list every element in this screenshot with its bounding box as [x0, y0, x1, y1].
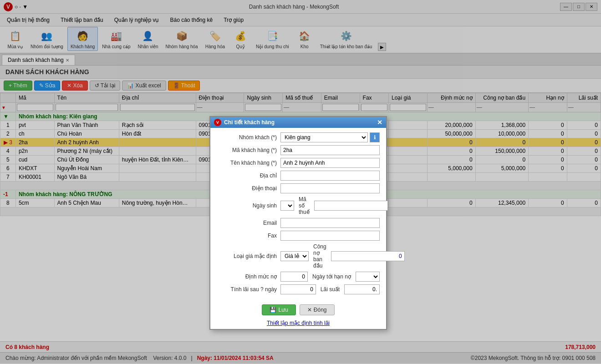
refresh-icon: ↺ — [95, 82, 99, 89]
delete-icon: ✕ — [67, 82, 71, 89]
modal-close-x-button[interactable]: ✕ — [377, 119, 382, 126]
col-header-stt — [0, 93, 16, 103]
form-row-dien-thoai: Điện thoại — [217, 183, 380, 193]
toolbar-btn-khach-hang[interactable]: 🧑 Khách hàng — [67, 27, 98, 51]
dinh-muc-no-input[interactable] — [280, 272, 308, 282]
filter-input-ma[interactable] — [17, 104, 53, 111]
close-icon: ✕ — [307, 307, 312, 313]
col-header-dinh-muc-no: Định mức nợ — [427, 93, 475, 103]
label-dien-thoai: Điện thoại — [217, 185, 280, 192]
label-dia-chi: Địa chỉ — [217, 172, 280, 179]
xoa-button[interactable]: ✕ Xóa — [62, 81, 87, 91]
label-tinh-lai: Tính lãi sau ? ngày — [217, 286, 280, 293]
nha-cung-cap-icon: 🏭 — [109, 29, 123, 43]
minimize-button[interactable]: — — [560, 3, 572, 11]
tab-close-btn[interactable]: ✕ — [66, 58, 69, 63]
modal-body: Nhóm khách (*) Kiên giang ℹ Mã khách hàn… — [210, 128, 386, 302]
toolbar-btn-nhom-doi-tuong[interactable]: 👥 Nhóm đối tượng — [27, 27, 66, 51]
filter-cong-no: — — [475, 103, 528, 112]
sua-button[interactable]: ✎ Sửa — [34, 81, 61, 91]
nhom-khach-info-btn[interactable]: ℹ — [370, 132, 380, 142]
form-row-ngay-sinh-masothue: Ngày sinh Mã số thuế — [217, 196, 380, 215]
loai-gia-select[interactable]: Giá lẻ — [280, 251, 309, 261]
filter-input-ten[interactable] — [56, 104, 118, 111]
thoat-button[interactable]: 🚪 Thoát — [168, 81, 200, 91]
maximize-button[interactable]: □ — [573, 3, 585, 11]
form-row-dinhmucno-ngaytoi: Định mức nợ Ngày tới hạn nợ — [217, 272, 380, 282]
toolbar-btn-thiet-lap-ton-kho[interactable]: ⚙️ Thiết lập tồn kho ban đầu — [317, 27, 376, 51]
ten-khach-hang-input[interactable] — [280, 158, 380, 168]
nhom-khach-select[interactable]: Kiên giang — [280, 132, 368, 142]
window-controls[interactable]: — □ ✕ — [560, 3, 597, 11]
toolbar-btn-hang-hoa[interactable]: 🏷️ Hàng hóa — [202, 27, 228, 51]
toolbar-btn-nhan-vien[interactable]: 👤 Nhân viên — [134, 27, 161, 51]
col-header-ten: Tên — [54, 93, 119, 103]
app-logo: V — [4, 2, 13, 11]
toolbar-group-danh-muc: 📋 Mùa vụ 👥 Nhóm đối tượng 🧑 Khách hàng 🏭… — [4, 27, 375, 51]
tai-lai-button[interactable]: ↺ Tải lại — [90, 81, 121, 91]
email-input[interactable] — [280, 218, 380, 228]
tinh-lai-input[interactable] — [280, 284, 316, 294]
filter-input-fax[interactable] — [361, 104, 388, 111]
nhom-khach-group: Kiên giang ℹ — [280, 132, 380, 142]
label-loai-gia: Loại giá mặc định — [217, 253, 280, 259]
table-header-row: Mã Tên Địa chỉ Điện thoại Ngày sinh Mã s… — [0, 93, 601, 103]
tab-danh-sach-khach-hang[interactable]: Danh sách khách hàng ✕ — [2, 55, 75, 65]
toolbar-btn-quy[interactable]: 💰 Quỹ — [229, 27, 252, 51]
form-row-ma-khach-hang: Mã khách hàng (*) — [217, 145, 380, 155]
xuat-excel-button[interactable]: 📊 Xuất excel — [122, 81, 166, 91]
close-button[interactable]: ✕ — [586, 3, 597, 11]
window-title: Danh sách khách hàng - MekongSoft — [249, 4, 339, 10]
lai-suat-input[interactable] — [344, 284, 380, 294]
ngay-toi-han-no-select[interactable] — [356, 272, 380, 282]
exit-icon: 🚪 — [173, 82, 180, 89]
fax-input[interactable] — [280, 231, 380, 241]
form-row-tinhlai-laisuat: Tính lãi sau ? ngày Lãi suất — [217, 284, 380, 294]
label-ngay-sinh: Ngày sinh — [217, 202, 280, 209]
dien-thoai-input[interactable] — [280, 183, 380, 193]
toolbar-label-noi-dung-thu-chi: Nội dung thu chi — [256, 44, 289, 49]
excel-icon: 📊 — [127, 82, 134, 89]
toolbar-btn-nha-cung-cap[interactable]: 🏭 Nhà cung cấp — [99, 27, 133, 51]
title-bar: V ○ · ▼ Danh sách khách hàng - MekongSof… — [0, 0, 601, 14]
filter-dien-thoai: — — [196, 103, 244, 112]
menu-thiet-lap[interactable]: Thiết lập ban đầu — [56, 15, 108, 25]
modal-close-button[interactable]: ✕ Đóng — [300, 304, 335, 315]
dia-chi-input[interactable] — [280, 171, 380, 181]
modal-logo: V — [214, 119, 221, 126]
modal-title-bar: V Chi tiết khách hàng ✕ — [210, 117, 386, 128]
col-header-han-no: Hạn nợ — [529, 93, 567, 103]
edit-icon: ✎ — [39, 82, 44, 89]
toolbar-label-khach-hang: Khách hàng — [71, 44, 95, 49]
menu-quan-ly[interactable]: Quản lý nghiệp vụ — [109, 15, 164, 25]
cong-no-ban-dau-input[interactable] — [331, 251, 405, 261]
ma-khach-hang-input[interactable] — [280, 145, 380, 155]
toolbar-label-nhom-hang-hoa: Nhóm hàng hóa — [166, 44, 198, 49]
modal-save-button[interactable]: 💾 Lưu — [262, 304, 295, 315]
col-header-ma-so-thue: Mã số thuế — [283, 93, 321, 103]
ma-so-thue-input[interactable] — [314, 201, 388, 211]
toolbar-btn-nhom-hang-hoa[interactable]: 📦 Nhóm hàng hóa — [163, 27, 201, 51]
filter-input-email[interactable] — [322, 104, 359, 111]
modal-link-thiet-lap[interactable]: Thiết lập mặc định tính lãi — [210, 320, 386, 329]
menu-bao-cao[interactable]: Báo cáo thống kê — [165, 15, 218, 25]
mua-vu-icon: 📋 — [8, 29, 22, 43]
menu-quan-tri[interactable]: Quản trị hệ thống — [2, 15, 55, 25]
noi-dung-thu-chi-icon: 📑 — [265, 29, 280, 43]
filter-input-loai-gia[interactable] — [390, 104, 426, 111]
filter-input-dia-chi[interactable] — [120, 104, 195, 111]
toolbar-btn-mua-vu[interactable]: 📋 Mùa vụ — [4, 27, 26, 51]
toolbar-btn-noi-dung-thu-chi[interactable]: 📑 Nội dung thu chi — [253, 27, 292, 51]
filter-ten — [54, 103, 119, 112]
ngay-toi-han-no-inline-label: Ngày tới hạn nợ — [312, 273, 351, 280]
menu-tro-giup[interactable]: Trợ giúp — [219, 15, 249, 25]
ngay-sinh-select[interactable] — [280, 201, 294, 211]
filter-input-ngay-sinh[interactable] — [245, 104, 281, 111]
them-button[interactable]: + Thêm — [4, 81, 32, 91]
filter-fax — [360, 103, 389, 112]
label-nhom-khach: Nhóm khách (*) — [217, 134, 280, 141]
toolbar-scroll-right[interactable]: ▶ — [378, 43, 386, 51]
toolbar-btn-kho[interactable]: 🏠 Kho — [293, 27, 316, 51]
form-row-loaigia-congno: Loại giá mặc định Giá lẻ Công nợ ban đầu — [217, 243, 380, 269]
nhom-hang-hoa-icon: 📦 — [174, 29, 189, 43]
